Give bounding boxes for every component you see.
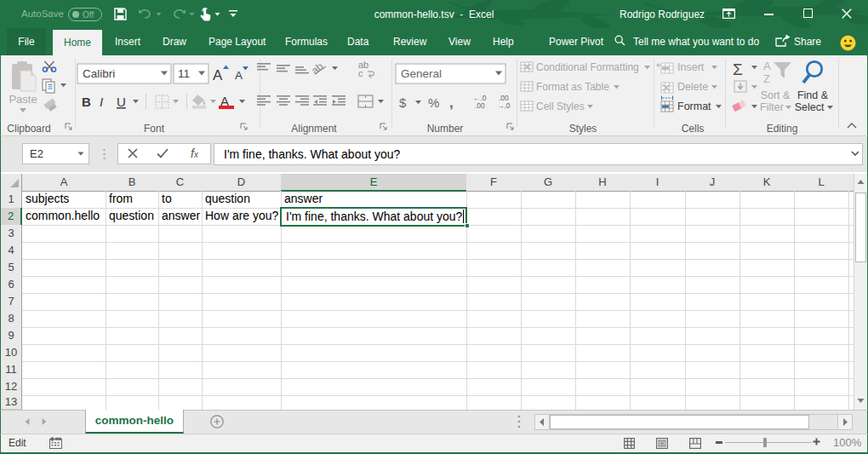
svg-text:I: I: [100, 95, 103, 109]
svg-text:Styles: Styles: [569, 123, 597, 135]
svg-text:B: B: [82, 95, 91, 109]
svg-text:Conditional Formatting: Conditional Formatting: [536, 61, 639, 73]
svg-text:Paste: Paste: [9, 93, 37, 106]
svg-text:Cells: Cells: [682, 123, 705, 135]
svg-text:,: ,: [449, 95, 454, 111]
svg-text:Z: Z: [763, 72, 770, 85]
svg-text:$: $: [399, 95, 407, 110]
svg-text:Clipboard: Clipboard: [7, 123, 50, 135]
svg-text:c: c: [358, 68, 363, 78]
svg-text:Filter: Filter: [760, 101, 784, 113]
svg-text:Insert: Insert: [677, 61, 705, 73]
svg-text:%: %: [428, 95, 439, 110]
svg-text:Cell Styles: Cell Styles: [536, 101, 585, 112]
svg-text:Number: Number: [427, 123, 464, 135]
svg-text:Delete: Delete: [677, 81, 708, 93]
svg-text:Font: Font: [144, 123, 165, 135]
svg-text:Σ: Σ: [733, 60, 743, 78]
svg-text:Select: Select: [795, 101, 825, 113]
svg-text:General: General: [401, 67, 442, 80]
svg-text:→.0: →.0: [497, 101, 511, 110]
svg-text:U: U: [117, 95, 126, 109]
svg-text:Format as Table: Format as Table: [536, 81, 609, 93]
svg-text:Find &: Find &: [797, 89, 829, 101]
svg-text:Sort &: Sort &: [761, 89, 791, 101]
svg-text:.00: .00: [475, 101, 485, 110]
svg-text:Calibri: Calibri: [83, 67, 115, 80]
svg-text:11: 11: [178, 67, 190, 80]
svg-text:Alignment: Alignment: [291, 123, 337, 135]
svg-text:A: A: [235, 69, 243, 82]
svg-text:A: A: [763, 60, 771, 72]
svg-text:Editing: Editing: [767, 123, 798, 135]
svg-text:Format: Format: [677, 101, 711, 112]
svg-text:A: A: [213, 67, 223, 83]
